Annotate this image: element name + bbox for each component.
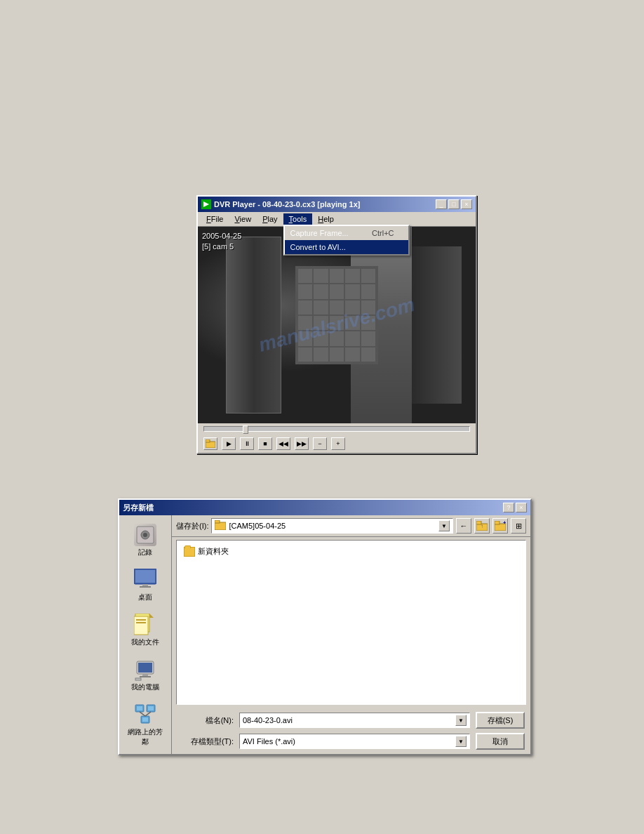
menu-view[interactable]: View <box>229 213 257 225</box>
location-combo-icon <box>215 520 226 531</box>
sidebar-item-mycomputer[interactable]: 我的電腦 <box>123 656 168 695</box>
svg-rect-9 <box>140 586 151 588</box>
svg-rect-37 <box>495 521 499 524</box>
cctv-center-box <box>295 266 379 364</box>
svg-marker-14 <box>149 614 154 618</box>
dvr-controls: ▶ ⏸ ■ ◀◀ ▶▶ − + <box>198 435 476 453</box>
back-button[interactable]: ← <box>456 518 471 534</box>
svg-rect-15 <box>134 616 148 635</box>
sidebar-item-desktop[interactable]: 桌面 <box>123 566 168 605</box>
filetype-value: AVI Files (*.avi) <box>243 737 295 746</box>
save-titlebar: 另存新檔 ? × <box>119 500 530 515</box>
svg-rect-7 <box>135 570 155 583</box>
location-dropdown-arrow[interactable]: ▼ <box>438 520 450 531</box>
maximize-button[interactable]: □ <box>448 199 459 209</box>
recent-label: 記錄 <box>138 548 152 557</box>
filetype-row: 存檔類型(T): AVI Files (*.avi) ▼ 取消 <box>177 733 525 750</box>
folder-name: 新資料夾 <box>198 546 229 557</box>
svg-rect-8 <box>142 584 148 586</box>
filetype-combo[interactable]: AVI Files (*.avi) ▼ <box>239 734 470 749</box>
open-button[interactable] <box>203 437 217 450</box>
svg-line-29 <box>140 712 145 716</box>
list-item[interactable]: 新資料夾 <box>181 545 521 558</box>
filename-value: 08-40-23-0.avi <box>243 716 293 724</box>
svg-rect-21 <box>140 676 151 677</box>
dvr-titlebar-buttons: _ □ × <box>436 199 472 209</box>
menu-tools[interactable]: Tools Capture Frame... Ctrl+C Convert to… <box>283 213 313 225</box>
save-titlebar-buttons: ? × <box>503 503 527 512</box>
cctv-door-right <box>412 246 462 404</box>
minus-button[interactable]: − <box>313 437 327 450</box>
save-main: 儲存於(I): [CAM5]05-04-25 ▼ ← <box>172 515 530 754</box>
svg-rect-17 <box>136 622 146 623</box>
stop-button[interactable]: ■ <box>258 437 272 450</box>
save-bottom-form: 檔名(N): 08-40-23-0.avi ▼ 存檔(S) 存檔類型(T): A… <box>172 708 530 754</box>
svg-rect-16 <box>136 619 146 621</box>
desktop-label: 桌面 <box>138 593 152 602</box>
dvr-seekbar[interactable] <box>198 423 476 435</box>
video-overlay: 2005-04-25 [5] cam 5 <box>202 231 241 253</box>
recent-icon <box>134 524 156 546</box>
save-button[interactable]: 存檔(S) <box>476 712 525 729</box>
svg-rect-20 <box>142 674 148 676</box>
dvr-title: DVR Player - 08-40-23-0.cx3 [playing 1x] <box>214 200 360 208</box>
menu-file[interactable]: FFile <box>201 213 229 225</box>
svg-marker-0 <box>203 201 209 207</box>
menu-play[interactable]: Play <box>257 213 283 225</box>
save-body: 記錄 桌面 <box>119 515 530 754</box>
svg-rect-31 <box>215 522 226 530</box>
play-button[interactable]: ▶ <box>222 437 236 450</box>
convert-to-avi-item[interactable]: Convert to AVI... <box>285 240 408 254</box>
save-help-button[interactable]: ? <box>503 503 514 512</box>
svg-text:↑: ↑ <box>481 523 483 529</box>
save-close-button[interactable]: × <box>516 503 527 512</box>
sidebar-item-documents[interactable]: 我的文件 <box>123 611 168 650</box>
filename-dropdown-arrow[interactable]: ▼ <box>455 715 467 726</box>
mycomputer-icon <box>134 658 156 681</box>
sidebar-item-network[interactable]: 網路上的芳鄰 <box>123 701 168 750</box>
filetype-dropdown-arrow[interactable]: ▼ <box>455 736 467 747</box>
location-value: [CAM5]05-04-25 <box>226 522 438 530</box>
dvr-app-icon <box>201 199 211 209</box>
save-dialog: 另存新檔 ? × 記錄 <box>118 498 532 755</box>
up-folder-button[interactable]: ↑ <box>474 518 490 534</box>
mycomputer-label: 我的電腦 <box>131 682 159 692</box>
filename-label: 檔名(N): <box>177 715 234 726</box>
filename-row: 檔名(N): 08-40-23-0.avi ▼ 存檔(S) <box>177 712 525 729</box>
file-area: 新資料夾 <box>176 540 526 705</box>
desktop-icon <box>134 569 156 591</box>
forward-button[interactable]: ▶▶ <box>295 437 309 450</box>
plus-button[interactable]: + <box>331 437 345 450</box>
location-label: 儲存於(I): <box>176 521 208 531</box>
seek-thumb[interactable] <box>243 425 248 434</box>
network-icon <box>134 703 156 726</box>
save-dialog-title: 另存新檔 <box>123 503 154 513</box>
save-toolbar: 儲存於(I): [CAM5]05-04-25 ▼ ← <box>172 515 530 537</box>
location-combo[interactable]: [CAM5]05-04-25 ▼ <box>211 518 453 534</box>
dvr-titlebar-left: DVR Player - 08-40-23-0.cx3 [playing 1x] <box>201 199 360 209</box>
network-label: 網路上的芳鄰 <box>126 727 165 747</box>
dvr-titlebar: DVR Player - 08-40-23-0.cx3 [playing 1x]… <box>198 197 476 212</box>
tools-dropdown: Capture Frame... Ctrl+C Convert to AVI..… <box>283 225 410 256</box>
minimize-button[interactable]: _ <box>436 199 447 209</box>
svg-rect-19 <box>138 663 152 673</box>
menu-help[interactable]: Help <box>312 213 340 225</box>
folder-icon <box>184 547 195 557</box>
rewind-button[interactable]: ◀◀ <box>276 437 290 450</box>
cancel-button[interactable]: 取消 <box>476 733 525 750</box>
new-folder-button[interactable]: + <box>492 518 508 534</box>
svg-rect-24 <box>137 706 142 710</box>
cctv-door-left <box>226 237 281 413</box>
svg-point-5 <box>143 533 147 537</box>
view-button[interactable]: ⊞ <box>511 518 526 534</box>
svg-rect-32 <box>215 520 220 523</box>
svg-rect-28 <box>142 717 148 722</box>
svg-text:+: + <box>503 521 506 526</box>
seek-track[interactable] <box>203 426 470 432</box>
capture-frame-item[interactable]: Capture Frame... Ctrl+C <box>285 226 408 240</box>
pause-button[interactable]: ⏸ <box>240 437 254 450</box>
filename-combo[interactable]: 08-40-23-0.avi ▼ <box>239 713 470 728</box>
dvr-player-window: DVR Player - 08-40-23-0.cx3 [playing 1x]… <box>196 195 477 454</box>
close-button[interactable]: × <box>461 199 472 209</box>
sidebar-item-recent[interactable]: 記錄 <box>123 521 168 560</box>
